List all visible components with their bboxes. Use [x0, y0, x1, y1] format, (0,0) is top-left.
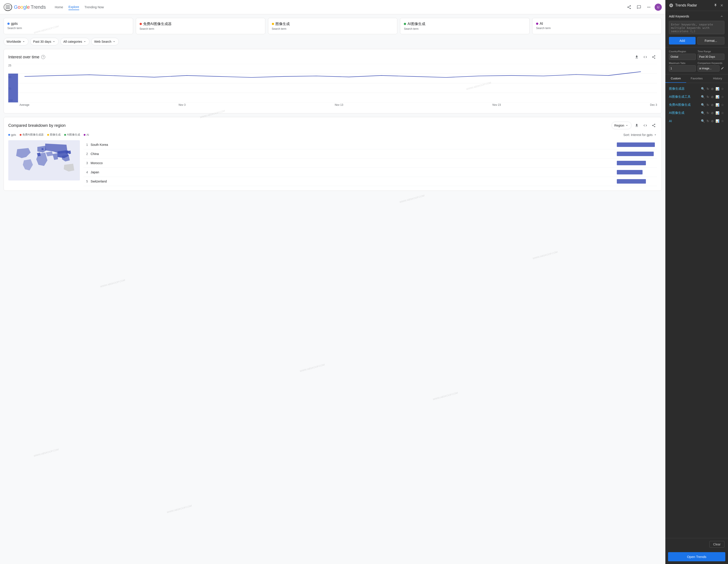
legend-item-4: AI: [84, 133, 89, 136]
keyword-actions-4: 🔍 ↻ ⊘ 📊 ☆: [700, 119, 724, 123]
chart-kw-1[interactable]: 📊: [715, 95, 720, 99]
main-nav: Home Explore Trending Now: [55, 4, 104, 10]
search-type-filter[interactable]: Web Search: [91, 38, 119, 45]
stop-kw-4[interactable]: ⊘: [711, 119, 714, 123]
stop-kw-1[interactable]: ⊘: [711, 95, 714, 99]
time-filter[interactable]: Past 30 days: [30, 38, 59, 45]
search-term-card-1[interactable]: 免费AI图像生成器 Search term: [136, 18, 265, 34]
add-keywords-section: Add Keywords Add Format...: [665, 11, 728, 47]
format-button[interactable]: Format...: [697, 37, 724, 45]
page-content: gpts Search term 免费AI图像生成器 Search term 图…: [0, 14, 665, 564]
search-kw-3[interactable]: 🔍: [700, 111, 705, 115]
embed-chart-button[interactable]: [642, 54, 649, 60]
edit-comparison-button[interactable]: [720, 66, 724, 71]
rank-bar-1: [617, 152, 657, 156]
keyword-text-4[interactable]: AI: [669, 119, 699, 123]
apps-button[interactable]: [645, 3, 653, 11]
star-kw-2[interactable]: ☆: [721, 103, 724, 107]
star-kw-1[interactable]: ☆: [721, 95, 724, 99]
keywords-input[interactable]: [669, 21, 724, 34]
info-icon[interactable]: ?: [41, 55, 45, 59]
sort-control[interactable]: Sort: Interest for gpts: [623, 133, 657, 137]
sidebar-tabs: Custom Favorites History: [665, 75, 728, 83]
feedback-button[interactable]: [635, 3, 643, 11]
add-keywords-button[interactable]: Add: [669, 37, 696, 45]
menu-button[interactable]: [4, 3, 12, 11]
collapse-keywords-button[interactable]: [719, 14, 724, 19]
region-section-title: Compared breakdown by region: [8, 123, 66, 128]
stop-kw-2[interactable]: ⊘: [711, 103, 714, 107]
search-term-card-2[interactable]: 图像生成 Search term: [268, 18, 398, 34]
refresh-kw-3[interactable]: ↻: [706, 111, 710, 115]
chart-kw-4[interactable]: 📊: [715, 119, 720, 123]
keyword-item-1: AI图像生成工具 🔍 ↻ ⊘ 📊 ☆: [665, 93, 728, 101]
close-sidebar-button[interactable]: [719, 3, 724, 8]
google-wordmark: Google: [14, 4, 30, 10]
rank-bar-3: [617, 170, 657, 175]
stop-kw-0[interactable]: ⊘: [711, 87, 714, 91]
avatar[interactable]: U: [655, 4, 662, 11]
pin-button[interactable]: [713, 3, 718, 8]
country-select[interactable]: Global: [669, 54, 696, 60]
search-term-card-4[interactable]: AI Search term: [532, 18, 662, 34]
refresh-kw-4[interactable]: ↻: [706, 119, 710, 123]
tab-history[interactable]: History: [707, 75, 728, 83]
star-kw-4[interactable]: ☆: [721, 119, 724, 123]
keyword-text-0[interactable]: 图像生成器: [669, 87, 699, 91]
nav-explore[interactable]: Explore: [68, 4, 79, 10]
star-kw-3[interactable]: ☆: [721, 111, 724, 115]
max-tabs-input[interactable]: [669, 65, 696, 72]
keyword-actions-0: 🔍 ↻ ⊘ 📊 ☆: [700, 87, 724, 91]
chart-x-axis: Average Nov 3 Nov 13 Nov 23 Dec 3: [19, 103, 657, 107]
rank-item-0: 1 South Korea: [83, 140, 657, 149]
interest-over-time-section: Interest over time ?: [4, 49, 662, 113]
search-kw-0[interactable]: 🔍: [700, 87, 705, 91]
stop-kw-3[interactable]: ⊘: [711, 111, 714, 115]
refresh-kw-1[interactable]: ↻: [706, 95, 710, 99]
nav-trending-now[interactable]: Trending Now: [85, 4, 104, 10]
keyword-text-2[interactable]: 免费AI图像生成: [669, 103, 699, 107]
star-kw-0[interactable]: ☆: [721, 87, 724, 91]
open-trends-button[interactable]: Open Trends: [668, 552, 725, 561]
tab-favorites[interactable]: Favorites: [686, 75, 707, 83]
region-body: 1 South Korea 2 China 3: [8, 140, 657, 186]
refresh-kw-0[interactable]: ↻: [706, 87, 710, 91]
refresh-kw-2[interactable]: ↻: [706, 103, 710, 107]
download-region-button[interactable]: [633, 122, 640, 129]
location-filter[interactable]: Worldwide: [4, 38, 28, 45]
category-filter[interactable]: All categories: [60, 38, 89, 45]
search-term-card-3[interactable]: AI图像生成 Search term: [400, 18, 530, 34]
time-range-select[interactable]: Past 30 Days: [698, 54, 724, 60]
search-kw-2[interactable]: 🔍: [700, 103, 705, 107]
clear-button[interactable]: Clear: [709, 541, 724, 548]
tab-custom[interactable]: Custom: [665, 75, 686, 83]
settings-section: Country/Region Global Time Range Past 30…: [665, 47, 728, 75]
nav-home[interactable]: Home: [55, 4, 63, 10]
region-type-filter[interactable]: Region: [611, 122, 632, 129]
keyword-item-3: AI图像生成 🔍 ↻ ⊘ 📊 ☆: [665, 109, 728, 117]
rank-bar-2: [617, 161, 657, 165]
embed-region-button[interactable]: [642, 122, 649, 129]
chart-kw-2[interactable]: 📊: [715, 103, 720, 107]
keyword-text-3[interactable]: AI图像生成: [669, 111, 699, 115]
keyword-item-0: 图像生成器 🔍 ↻ ⊘ 📊 ☆: [665, 85, 728, 93]
share-button[interactable]: [625, 3, 633, 11]
keyword-actions-1: 🔍 ↻ ⊘ 📊 ☆: [700, 95, 724, 99]
region-actions: Region: [611, 122, 657, 129]
rank-item-4: 5 Switzerland: [83, 177, 657, 186]
rank-item-1: 2 China: [83, 149, 657, 159]
keyword-text-1[interactable]: AI图像生成工具: [669, 95, 699, 99]
rank-bar-4: [617, 179, 657, 184]
search-kw-1[interactable]: 🔍: [700, 95, 705, 99]
share-chart-button[interactable]: [650, 54, 657, 60]
share-region-button[interactable]: [650, 122, 657, 129]
search-term-card-0[interactable]: gpts Search term: [4, 18, 133, 34]
chart-kw-3[interactable]: 📊: [715, 111, 720, 115]
download-chart-button[interactable]: [633, 54, 640, 60]
comparison-keywords-select[interactable]: ai image...: [698, 65, 719, 72]
keyword-actions-2: 🔍 ↻ ⊘ 📊 ☆: [700, 103, 724, 107]
sidebar-header-actions: [713, 3, 724, 8]
chart-kw-0[interactable]: 📊: [715, 87, 720, 91]
search-kw-4[interactable]: 🔍: [700, 119, 705, 123]
sidebar-bottom-actions: Clear: [665, 538, 728, 550]
